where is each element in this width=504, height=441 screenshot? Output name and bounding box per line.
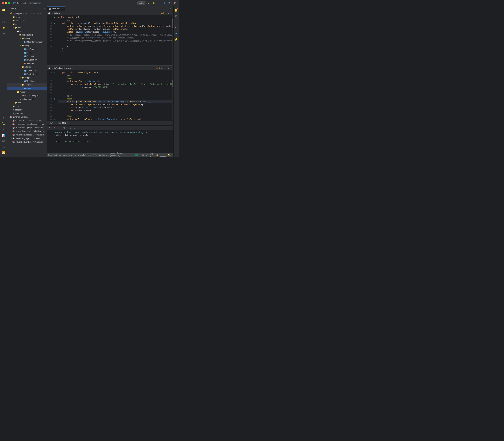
more-button[interactable]: ⋯: [157, 1, 161, 5]
activity-icon-vcs[interactable]: 🔀: [1, 150, 6, 155]
tab-close-icon[interactable]: ×: [61, 8, 63, 10]
scrollbar-2[interactable]: [172, 70, 173, 121]
tree-item-mybatis-config[interactable]: ▸ </> mybatis-config.xml: [7, 94, 47, 97]
run-tab-close-icon[interactable]: ×: [67, 122, 68, 124]
breadcrumb-main[interactable]: main: [63, 154, 66, 156]
tree-item-external-libs[interactable]: ▾ 📚 External Libraries: [7, 115, 47, 119]
tree-item-testmapper[interactable]: ▸ I TestMapper: [7, 79, 47, 83]
tree-item-testevent[interactable]: ▸ C TestEvent: [7, 69, 47, 72]
scroll-to-end-icon[interactable]: ↓: [58, 126, 62, 129]
tree-item-jakarta[interactable]: ▸ 📚 Maven: jakarta.annotation:jakarta: [7, 129, 47, 133]
code-lines-2[interactable]: public class MainConfiguration { new * @…: [56, 71, 172, 120]
vcs-close-icon[interactable]: ×: [133, 154, 134, 156]
tree-item-springtest-dir[interactable]: ▸ 📁 SpringTest: [7, 19, 47, 22]
status-indent[interactable]: 4 spaces: [160, 153, 167, 157]
breadcrumb-src[interactable]: src: [58, 154, 61, 156]
run-config-selector[interactable]: Main ›: [137, 1, 146, 5]
breadcrumb-mainconfig[interactable]: ⊙ MainConfiguration: [93, 154, 109, 156]
right-icon-m[interactable]: m: [174, 25, 179, 30]
tree-item-main[interactable]: ▾ 📁 main: [7, 26, 47, 30]
minimize-button[interactable]: [5, 2, 7, 4]
tree-item-entity[interactable]: ▾ 📁 entity: [7, 44, 47, 47]
breadcrumb-config[interactable]: config: [86, 154, 91, 156]
tree-item-idea[interactable]: ▸ 📁 .idea: [7, 15, 47, 19]
stop-icon[interactable]: ■: [52, 126, 56, 129]
tree-item-main-configuration[interactable]: ▸ C MainConfiguration: [7, 40, 47, 44]
tree-item-resources[interactable]: ▾ 📁 resources: [7, 90, 47, 94]
tree-item-artteacher[interactable]: ▸ C ArtTeacher: [7, 47, 47, 51]
breadcrumb-springtest[interactable]: SpringTest: [48, 154, 57, 156]
tab-main-java[interactable]: ☕ Main.java ×: [47, 6, 65, 11]
maximize-button[interactable]: [8, 2, 10, 4]
right-icon-blue-dot[interactable]: ●: [174, 31, 179, 36]
activity-icon-commit[interactable]: ⊙: [1, 13, 6, 18]
right-icon-plugins[interactable]: ⚡: [174, 37, 179, 42]
activity-icon-debug[interactable]: 🐛: [1, 121, 6, 126]
tree-item-pom[interactable]: ▸ 🔧 pom.xml: [7, 112, 47, 115]
activity-icon-run[interactable]: ▶: [1, 115, 6, 120]
right-icon-structure[interactable]: ≡: [174, 19, 179, 24]
collapse-icon[interactable]: ∨: [168, 12, 169, 14]
right-icon-notifications[interactable]: 🔔: [174, 7, 179, 13]
tab-more[interactable]: ⋯: [169, 7, 173, 10]
status-lock-icon[interactable]: 🔒: [155, 154, 159, 156]
debug-button[interactable]: 🐛: [152, 1, 156, 5]
status-notifications[interactable]: 🔔 9: [167, 154, 172, 156]
project-title[interactable]: ST SpringTest ›: [13, 2, 27, 4]
activity-icon-services[interactable]: ☁: [1, 127, 6, 132]
run-button[interactable]: ▶: [147, 1, 151, 5]
collapse-icon-2[interactable]: ∨: [168, 67, 169, 69]
scrollbar-1[interactable]: [172, 15, 173, 65]
tree-item-service[interactable]: ▾ 📁 service: [7, 83, 47, 87]
search-icon[interactable]: 🔍: [168, 1, 171, 5]
tree-item-aspectj[interactable]: ▸ 📚 Maven: org.aspectj:aspectjweave: [7, 133, 47, 137]
tab-run[interactable]: Run: [48, 121, 54, 125]
status-position[interactable]: 39:73: [139, 154, 145, 156]
tree-item-main-class[interactable]: ▸ C Main: [7, 87, 47, 90]
expand-icon[interactable]: ∧: [165, 12, 167, 14]
tree-item-mapper[interactable]: ▾ 📁 mapper: [7, 76, 47, 79]
status-line-separator[interactable]: LF: [145, 154, 149, 156]
clear-icon[interactable]: 🗑: [63, 126, 66, 129]
tree-item-src[interactable]: ▾ 📁 src: [7, 22, 47, 26]
tree-item-mybatis1[interactable]: ▸ 📚 Maven: org.mybatis:mybatis:3.5.1: [7, 137, 47, 140]
tree-item-student[interactable]: ▸ C Student: [7, 55, 47, 58]
tree-item-mybatis2[interactable]: ▸ 📚 Maven: org.mybatis:mybatis-sprir: [7, 140, 47, 144]
tree-item-config[interactable]: ▾ 📁 config: [7, 37, 47, 40]
status-encoding[interactable]: UTF-8: [149, 153, 155, 157]
tree-item-target[interactable]: ▸ 📁 target: [7, 105, 47, 108]
right-icon-sync[interactable]: ⟳: [174, 13, 179, 18]
activity-icon-more[interactable]: ⋯: [1, 31, 6, 36]
more-icon-2[interactable]: ⋯: [170, 67, 172, 69]
settings-icon[interactable]: ⚙: [173, 1, 177, 5]
activity-icon-folder[interactable]: 📁: [1, 7, 6, 13]
editor-code-1[interactable]: 17 18 19 20 21 22 23 24 26: [47, 15, 172, 65]
tree-item-testlistener[interactable]: ▸ C TestListener: [7, 72, 47, 76]
tree-item-test-properties[interactable]: ▸ ≡ test.properties: [7, 97, 47, 101]
activity-icon-problems[interactable]: ⚠: [1, 144, 6, 149]
code-lines-1[interactable]: public class Main { new * public static …: [56, 16, 172, 65]
tree-item-listener[interactable]: ▾ 📁 listener: [7, 65, 47, 69]
close-button[interactable]: [2, 2, 4, 4]
tree-item-mysql[interactable]: ▸ 📚 Maven: com.mysql:mysql-connec: [7, 122, 47, 126]
vcs-badge[interactable]: ✓: [135, 154, 138, 156]
activity-icon-profiler[interactable]: 📊: [1, 133, 6, 138]
activity-icon-git[interactable]: ⎇: [1, 19, 6, 24]
more-icon[interactable]: ⋯: [170, 12, 172, 14]
tree-item-org-example[interactable]: ▾ 📦 org.example: [7, 33, 47, 37]
tree-item-springtest[interactable]: ▾ 📦 SpringTest ~/Desktop/CS/JavaEE/2: [7, 12, 47, 15]
fold-icon[interactable]: ⊟: [69, 126, 72, 129]
tree-item-java[interactable]: ▾ ☕ java: [7, 30, 47, 33]
activity-icon-plugins[interactable]: ⚡: [1, 25, 6, 30]
breadcrumb-org[interactable]: org: [74, 154, 76, 156]
breadcrumb-java[interactable]: java: [68, 154, 72, 156]
activity-icon-terminal[interactable]: ⌨: [1, 138, 6, 143]
editor-code-2[interactable]: 25 27 27 28 29 30 31 32 33: [47, 70, 172, 121]
tab-run-inner[interactable]: ☁ Main ×: [57, 121, 70, 125]
tree-item-test[interactable]: ▸ 📁 test: [7, 101, 47, 105]
branch-indicator[interactable]: ⎇ master ›: [29, 2, 41, 4]
tab-times[interactable]: ×: [61, 12, 62, 14]
account-icon[interactable]: 👤: [162, 1, 166, 5]
tree-item-class[interactable]: ▸ C Class: [7, 51, 47, 55]
tree-item-corretto[interactable]: ▸ 📚 < corretto-17 > /Users/eve/Librar: [7, 119, 47, 122]
